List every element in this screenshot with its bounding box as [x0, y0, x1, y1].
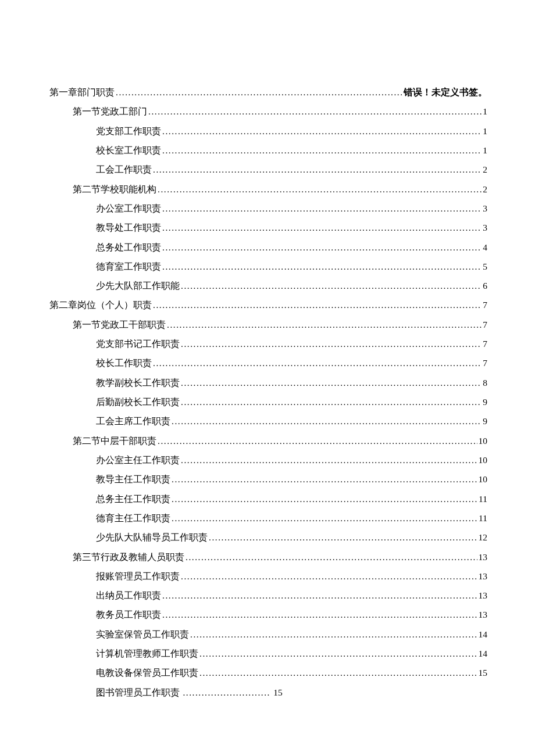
toc-entry: 教导处工作职责.................................…: [49, 218, 487, 237]
toc-label: 校长室工作职责: [96, 141, 161, 160]
toc-leader: ........................................…: [199, 644, 477, 663]
toc-leader: ........................................…: [162, 199, 482, 218]
toc-page-number: 13: [479, 586, 488, 605]
toc-leader: ........................................…: [181, 276, 482, 295]
toc-leader: ........................................…: [186, 547, 477, 567]
toc-label: 工会主席工作职责: [96, 411, 170, 431]
toc-entry: 党支部工作职责.................................…: [49, 121, 487, 141]
toc-entry: 工会工作职责..................................…: [49, 160, 487, 179]
toc-page-number: 13: [479, 547, 488, 567]
toc-label: 第一节党政工部门: [73, 102, 147, 121]
toc-entry: 党支部书记工作职责...............................…: [49, 334, 487, 353]
toc-leader: ........................................…: [172, 489, 477, 508]
toc-leader: ........................................…: [153, 160, 482, 179]
toc-entry: 第一章部门职责.................................…: [49, 83, 487, 102]
toc-label: 第一节党政工干部职责: [73, 315, 166, 334]
toc-entry: 计算机管理教师工作职责.............................…: [49, 644, 487, 663]
toc-page-number: 1: [483, 141, 487, 160]
toc-label: 办公室工作职责: [96, 199, 161, 218]
toc-entry: 实验室保管员工作职责..............................…: [49, 625, 487, 644]
toc-entry: 办公室主任工作职责...............................…: [49, 450, 487, 470]
toc-label: 第三节行政及教辅人员职责: [73, 547, 184, 567]
toc-page-number: 5: [483, 257, 487, 276]
toc-label: 工会工作职责: [96, 160, 152, 179]
toc-label: 后勤副校长工作职责: [96, 392, 180, 411]
toc-page-number: 13: [479, 567, 488, 586]
toc-page-number: 错误！未定义书签。: [404, 83, 487, 102]
toc-page-number: 3: [483, 199, 487, 218]
toc-page-number: 12: [479, 528, 488, 547]
toc-entry: 校长工作职责..................................…: [49, 353, 487, 372]
toc-label: 教导处工作职责: [96, 218, 161, 237]
toc-leader: ........................................…: [190, 625, 477, 644]
toc-label: 报账管理员工作职责: [96, 567, 180, 586]
toc-entry: 德育主任工作职责................................…: [49, 508, 487, 528]
toc-page-number: 1: [483, 102, 487, 121]
toc-leader: ........................................…: [158, 431, 477, 450]
toc-entry: 电教设备保管员工作职责.............................…: [49, 663, 487, 682]
toc-entry: 第二节学校职能机构...............................…: [49, 180, 487, 199]
toc-page-number: 15: [479, 663, 488, 682]
toc-leader: ........................................…: [199, 663, 477, 682]
toc-entry: 后勤副校长工作职责...............................…: [49, 392, 487, 411]
toc-page-number: 11: [479, 489, 487, 508]
toc-label: 德育主任工作职责: [96, 508, 170, 528]
toc-label: 党支部书记工作职责: [96, 334, 180, 353]
toc-leader: ........................................…: [116, 83, 402, 102]
toc-page-number: 4: [483, 238, 487, 257]
toc-leader: ........................................…: [172, 411, 482, 431]
toc-leader: ........................................…: [153, 353, 482, 372]
toc-entry: 第二节中层干部职责...............................…: [49, 431, 487, 450]
toc-page-number: 10: [479, 431, 488, 450]
toc-label: 办公室主任工作职责: [96, 450, 180, 470]
toc-page-number: 7: [483, 315, 487, 334]
toc-entry: 图书管理员工作职责 ............................ 1…: [49, 683, 487, 702]
toc-leader: ........................................…: [153, 295, 482, 314]
toc-entry: 第一节党政工部门................................…: [49, 102, 487, 121]
toc-page-number: 1: [483, 121, 487, 141]
toc-label: 总务处工作职责: [96, 238, 161, 257]
toc-page-number: 14: [479, 644, 488, 663]
toc-label: 实验室保管员工作职责: [96, 625, 189, 644]
toc-page-number: 6: [483, 276, 487, 295]
toc-page-number: 10: [479, 450, 488, 470]
toc-label: 第二章岗位（个人）职责: [49, 295, 152, 314]
toc-page-number: 2: [483, 160, 487, 179]
toc-leader: ........................................…: [158, 180, 482, 199]
toc-label: 党支部工作职责: [96, 121, 161, 141]
toc-label: 德育室工作职责: [96, 257, 161, 276]
toc-page-number: 14: [479, 625, 488, 644]
toc-leader: ........................................…: [181, 450, 477, 470]
toc-label: 教导主任工作职责: [96, 470, 170, 489]
toc-entry: 教学副校长工作职责...............................…: [49, 373, 487, 392]
toc-page-number: 7: [483, 295, 487, 314]
toc-leader: ........................................…: [162, 141, 482, 160]
toc-page-number: 13: [479, 605, 488, 624]
toc-leader: ........................................…: [181, 392, 482, 411]
toc-leader: ........................................…: [209, 528, 477, 547]
toc-leader: ........................................…: [181, 373, 482, 392]
toc-page-number: 10: [479, 470, 488, 489]
toc-label: 第一章部门职责: [49, 83, 115, 102]
toc-label: 电教设备保管员工作职责: [96, 663, 198, 682]
toc-leader: ........................................…: [148, 102, 482, 121]
toc-label: 计算机管理教师工作职责: [96, 644, 198, 663]
toc-entry: 少先队大队辅导员工作职责............................…: [49, 528, 487, 547]
toc-entry: 工会主席工作职责................................…: [49, 411, 487, 431]
toc-entry: 办公室工作职责.................................…: [49, 199, 487, 218]
toc-page-number: 3: [483, 218, 487, 237]
toc-page-number: 15: [273, 687, 283, 697]
toc-page-number: 11: [479, 508, 487, 528]
toc-label: 教学副校长工作职责: [96, 373, 180, 392]
toc-label: 少先大队部工作职能: [96, 276, 180, 295]
toc-leader: ........................................…: [167, 315, 482, 334]
toc-entry: 出纳员工作职责.................................…: [49, 586, 487, 605]
toc-entry: 教导主任工作职责................................…: [49, 470, 487, 489]
toc-page: 第一章部门职责.................................…: [0, 0, 535, 756]
toc-entry: 少先大队部工作职能...............................…: [49, 276, 487, 295]
toc-leader: ........................................…: [172, 508, 477, 528]
toc-page-number: 8: [483, 373, 487, 392]
toc-leader: ........................................…: [162, 121, 482, 141]
toc-label: 第二节学校职能机构: [73, 180, 156, 199]
toc-entry: 总务处工作职责.................................…: [49, 238, 487, 257]
